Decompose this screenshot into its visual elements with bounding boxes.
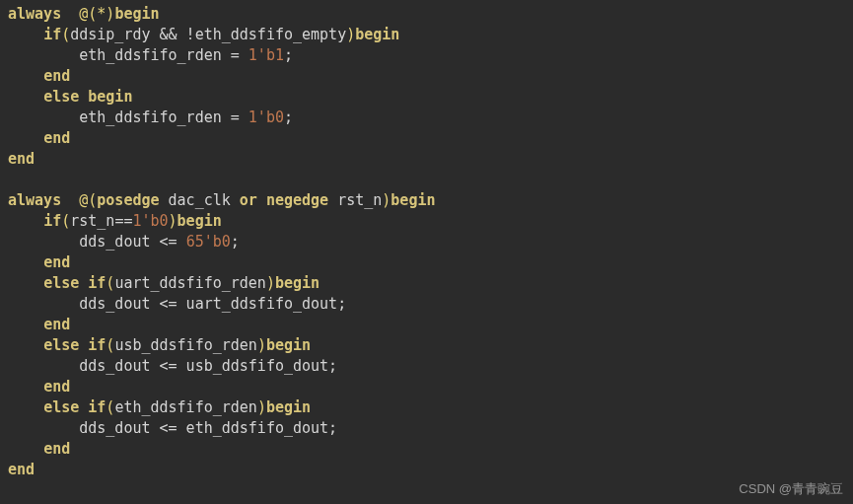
kw-or: or [240,191,257,209]
kw-elseif: else if [43,336,106,354]
clk: dac_clk [160,191,240,209]
condition: ddsip_rdy && !eth_ddsfifo_empty [70,26,346,43]
kw-else: else [43,88,79,106]
assign-lhs: eth_ddsfifo_rden = [79,46,249,64]
kw-begin: begin [275,274,320,292]
paren: @( [61,191,97,209]
statement: dds_dout <= usb_ddsfifo_dout; [79,357,337,375]
literal: 65'b0 [186,233,231,251]
paren-close: ) [169,212,178,230]
statement: dds_dout <= uart_ddsfifo_dout; [79,295,346,313]
literal: 1'b0 [249,108,284,126]
semicolon: ; [284,46,293,64]
paren-open: ( [61,26,70,43]
kw-always: always [8,5,61,23]
kw-if: if [43,26,61,43]
paren-close: ) [382,191,391,209]
literal: 1'b1 [249,46,284,64]
assign-lhs: eth_ddsfifo_rden = [79,108,249,126]
rst: rst_n [328,191,382,209]
kw-elseif: else if [43,398,106,416]
statement: dds_dout <= eth_ddsfifo_dout; [79,419,337,437]
paren-close: ) [257,398,266,416]
kw-begin: begin [178,212,222,230]
kw-elseif: else if [43,274,106,292]
kw-negedge: negedge [266,191,328,209]
kw-always: always [8,191,61,209]
kw-begin: begin [79,88,132,106]
kw-end: end [43,67,70,85]
condition: uart_ddsfifo_rden [114,274,266,292]
sensitivity: @(*) [61,5,114,23]
paren-open: ( [61,212,70,230]
kw-end: end [43,440,70,458]
paren-close: ) [266,274,275,292]
kw-begin: begin [114,5,159,23]
watermark-text: CSDN @青青豌豆 [739,480,843,498]
paren-close: ) [257,336,266,354]
kw-begin: begin [391,191,435,209]
kw-end: end [43,316,70,333]
kw-if: if [43,212,61,230]
kw-end: end [43,253,70,271]
semicolon: ; [284,108,293,126]
assign-lhs: dds_dout <= [79,233,185,251]
space [257,191,266,209]
kw-begin: begin [355,26,399,43]
kw-end: end [8,461,35,478]
literal: 1'b0 [132,212,168,230]
condition: usb_ddsfifo_rden [114,336,257,354]
kw-posedge: posedge [97,191,159,209]
op-eq: == [114,212,132,230]
kw-end: end [43,378,70,396]
kw-begin: begin [266,398,311,416]
kw-begin: begin [266,336,311,354]
kw-end: end [8,150,35,168]
semicolon: ; [231,233,240,251]
condition: eth_ddsfifo_rden [114,398,257,416]
code-block: always @(*)begin if(ddsip_rdy && !eth_dd… [0,0,853,484]
ident: rst_n [70,212,114,230]
kw-end: end [43,129,70,147]
paren-close: ) [346,26,355,43]
